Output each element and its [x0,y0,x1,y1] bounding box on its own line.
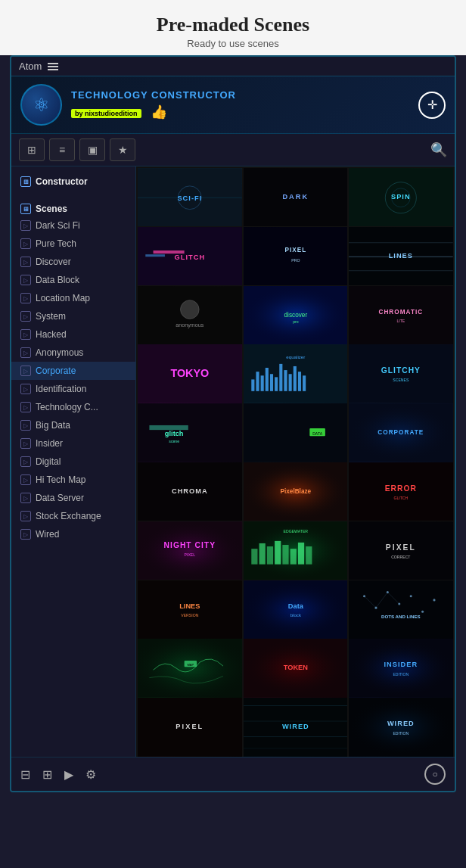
scene-thumb-map[interactable]: MAP [138,639,242,697]
scene-bg-svg: PIXEL CORRECT [349,521,453,580]
scene-thumb-wired2[interactable]: WIRED EDITION [349,698,453,756]
fullscreen-button[interactable]: ✛ [418,92,446,119]
svg-rect-78 [275,541,281,565]
sidebar-item-insider[interactable]: ▷ Insider [11,434,135,453]
scene-thumb-pixel2[interactable]: PIXEL CORRECT [349,521,453,580]
atom-icon: ⚛ [33,95,50,116]
search-icon[interactable]: 🔍 [430,142,447,158]
bottom-icon-play[interactable]: ▶ [64,767,73,782]
svg-rect-82 [306,546,312,565]
scene-thumb-chromatic[interactable]: CHROMATIC LITE [349,286,453,344]
scene-thumb-tokyo[interactable]: TOKYO [138,344,242,403]
sidebar-item-digital[interactable]: ▷ Digital [11,453,135,471]
scene-thumb-anonymous[interactable]: anonymous [138,286,242,344]
svg-text:PIXEL: PIXEL [284,247,306,254]
scene-thumb-token[interactable]: TOKEN [244,639,348,697]
sidebar-item-big-data[interactable]: ▷ Big Data [11,416,135,434]
svg-text:anonymous: anonymous [176,322,204,328]
scene-thumb-pixel3[interactable]: PIXEL [138,698,242,756]
sidebar-item-pure-tech[interactable]: ▷ Pure Tech [11,235,135,253]
scene-bg-svg: Data block [244,580,348,639]
scene-thumb-nightcity[interactable]: NIGHT CITY PIXEL [138,521,242,580]
sidebar-item-icon: ▷ [20,347,31,358]
scene-thumb-discover[interactable]: discover pro [244,286,348,344]
bottom-icon-settings[interactable]: ⚙ [85,767,96,782]
svg-text:GLITCH: GLITCH [175,253,206,260]
svg-rect-76 [259,543,265,565]
sidebar-item-discover[interactable]: ▷ Discover [11,253,135,271]
crosshair-icon: ✛ [427,98,437,112]
scene-thumb-pixel1[interactable]: PIXEL PRO [244,227,348,285]
scene-thumb-corporate[interactable]: CORPORATE [349,403,453,462]
sidebar-item-label: Corporate [36,366,76,376]
svg-text:EDGEWATER: EDGEWATER [283,529,308,534]
scene-thumb-sci-fi[interactable]: SCI-FI [138,168,242,226]
sidebar-item-dark-sci-fi[interactable]: ▷ Dark Sci Fi [11,216,135,235]
sidebar-scenes[interactable]: ⊞ Scenes [11,198,135,216]
sidebar-item-icon: ▷ [20,257,31,267]
scene-bg-svg: CHROMATIC LITE [349,286,453,344]
sidebar-item-anonymous[interactable]: ▷ Anonymous [11,344,135,362]
svg-text:PIXEL: PIXEL [185,552,196,557]
sidebar-item-location-map[interactable]: ▷ Location Map [11,289,135,307]
sidebar-item-technology-c[interactable]: ▷ Technology C... [11,398,135,416]
sidebar-item-system[interactable]: ▷ System [11,307,135,325]
toolbar-icon-list[interactable]: ≡ [49,138,75,161]
scene-thumb-error[interactable]: ERROR GLITCH [349,462,453,521]
scene-thumb-datablock[interactable]: Data block [244,580,348,639]
scene-thumb-data[interactable]: DATA [244,403,348,462]
scene-thumb-glitch2[interactable]: glitch scene [138,403,242,462]
scene-thumb-pixelblaze[interactable]: PixelBlaze [244,462,348,521]
sidebar-item-hacked[interactable]: ▷ Hacked [11,325,135,344]
scene-thumb-dots[interactable]: DOTS AND LINES [349,580,453,639]
bottom-icon-grid[interactable]: ⊞ [42,767,52,782]
scene-bg-svg: LINES [349,227,453,285]
scene-thumb-wired-scene[interactable]: WIRED [244,698,348,756]
scene-thumb-chroma[interactable]: CHROMA [138,462,242,521]
scene-thumb-glitch[interactable]: GLITCH [138,227,242,285]
toolbar-icon-star[interactable]: ★ [110,138,135,161]
scene-thumb-lines1[interactable]: LINES [349,227,453,285]
sidebar-item-data-block[interactable]: ▷ Data Block [11,271,135,289]
scene-thumb-lines2[interactable]: LINES VERSION [138,580,242,639]
svg-rect-14 [244,227,348,285]
toolbar-icon-grid[interactable]: ▣ [79,138,105,161]
svg-rect-51 [138,403,242,462]
like-button[interactable]: 👍 [151,104,167,120]
sidebar-item-stock-exchange[interactable]: ▷ Stock Exchange [11,507,135,525]
scene-thumb-dark[interactable]: DARK [244,168,348,226]
plugin-info: TECHNOLOGY CONSTRUCTOR by nixstudioediti… [71,89,409,120]
sidebar-item-label: Insider [36,438,63,449]
scene-thumb-glitchy[interactable]: GLITCHY SCENES [349,344,453,403]
toolbar-icon-sliders[interactable]: ⊞ [19,138,45,161]
scene-bg-svg: TOKYO [138,344,242,403]
scene-bg-svg: WIRED EDITION [349,698,453,756]
scene-thumb-edgewater[interactable]: EDGEWATER [244,521,348,580]
menu-button[interactable] [48,63,58,70]
bottom-icon-layers[interactable]: ⊟ [20,767,30,782]
sidebar-item-icon: ▷ [20,511,31,521]
svg-rect-91 [244,580,348,639]
scene-thumb-equalizer[interactable]: equalizer [244,344,348,403]
sidebar-item-hi-tech-map[interactable]: ▷ Hi Tech Map [11,471,135,489]
scene-thumb-spin[interactable]: SPIN [349,168,453,226]
sidebar-item-icon: ▷ [20,384,31,394]
sidebar-item-wired[interactable]: ▷ Wired [11,525,135,543]
sidebar-item-label: Hacked [36,329,67,340]
svg-rect-55 [244,403,348,462]
sidebar-item-corporate[interactable]: ▷ Corporate [11,362,135,380]
sidebar-item-data-server[interactable]: ▷ Data Server [11,489,135,507]
svg-text:DOTS AND LINES: DOTS AND LINES [381,613,421,618]
scene-grid: SCI-FI DARK SPIN [136,166,455,757]
svg-rect-81 [298,543,304,565]
scene-bg-svg: GLITCH [138,227,242,285]
scene-thumb-insider[interactable]: INSIDER EDITION [349,639,453,697]
sidebar-item-identification[interactable]: ▷ Identification [11,380,135,398]
svg-rect-42 [284,370,287,391]
sidebar-item-icon: ▷ [20,220,31,231]
scene-bg-svg: NIGHT CITY PIXEL [138,521,242,580]
scene-bg-svg: EDGEWATER [244,521,348,580]
svg-text:VERSION: VERSION [181,612,198,617]
sidebar-constructor[interactable]: ⊞ Constructor [11,171,135,189]
bottom-camera-button[interactable]: ○ [424,764,446,785]
